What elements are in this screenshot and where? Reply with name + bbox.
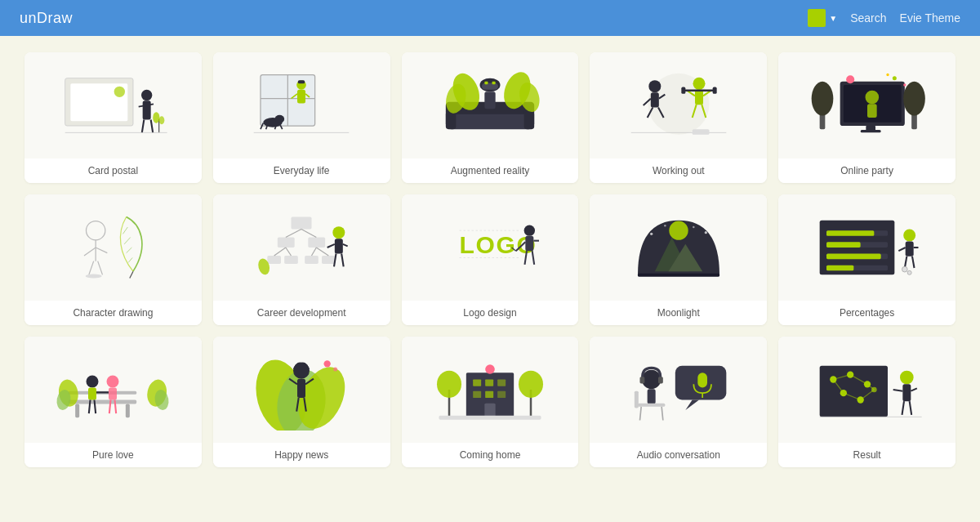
svg-point-67 (903, 82, 925, 116)
svg-rect-52 (681, 87, 685, 94)
svg-rect-84 (292, 217, 312, 230)
svg-point-71 (886, 74, 889, 76)
svg-line-74 (84, 248, 96, 256)
svg-point-10 (159, 116, 165, 124)
svg-point-138 (907, 270, 911, 274)
pure-love-label: Pure love (24, 443, 202, 467)
header-controls: ▼ Search Evie Theme (808, 9, 960, 27)
svg-rect-140 (76, 404, 80, 418)
svg-marker-182 (685, 400, 699, 411)
card-working-out[interactable]: Working out (590, 52, 767, 183)
svg-rect-192 (635, 391, 639, 408)
svg-point-65 (811, 82, 833, 116)
svg-rect-87 (268, 256, 282, 264)
svg-line-191 (662, 407, 663, 421)
svg-rect-189 (638, 404, 665, 407)
svg-line-94 (286, 248, 292, 256)
svg-point-178 (519, 371, 543, 398)
svg-rect-4 (143, 100, 151, 119)
percentages-illustration (778, 194, 956, 301)
card-postal-label: Card postal (24, 158, 202, 183)
svg-rect-32 (482, 83, 498, 90)
svg-rect-88 (284, 256, 298, 264)
svg-line-208 (893, 390, 902, 391)
card-everyday-life[interactable]: Everyday life (213, 52, 390, 183)
svg-rect-90 (322, 256, 336, 264)
svg-line-95 (312, 248, 317, 256)
search-button[interactable]: Search (850, 11, 886, 25)
svg-line-101 (334, 254, 336, 267)
svg-rect-35 (484, 91, 495, 109)
svg-point-3 (141, 90, 152, 100)
svg-point-9 (154, 112, 160, 123)
svg-rect-179 (439, 416, 541, 420)
coming-home-illustration (402, 337, 579, 443)
svg-line-7 (151, 120, 154, 133)
color-picker[interactable]: ▼ (808, 9, 837, 27)
card-moonlight[interactable]: Moonlight (590, 194, 767, 325)
svg-point-119 (664, 225, 666, 227)
card-result[interactable]: Result (778, 337, 956, 467)
happy-news-label: Happy news (213, 443, 390, 467)
svg-line-77 (98, 261, 103, 275)
svg-rect-98 (335, 239, 343, 253)
svg-point-166 (333, 368, 337, 372)
svg-rect-124 (826, 230, 874, 236)
svg-point-117 (650, 233, 653, 235)
svg-rect-172 (485, 391, 493, 398)
svg-line-209 (911, 388, 917, 390)
main-content: Card postal (0, 36, 980, 484)
svg-rect-186 (639, 377, 644, 383)
svg-line-100 (343, 244, 348, 247)
card-career-development[interactable]: Career development (213, 194, 390, 325)
color-swatch (808, 9, 826, 27)
svg-point-20 (275, 115, 285, 123)
result-label: Result (778, 443, 956, 467)
logo-design-label: Logo design (402, 301, 579, 325)
svg-point-70 (903, 83, 906, 86)
theme-button[interactable]: Evie Theme (900, 11, 960, 25)
card-character-drawing[interactable]: Character drawing (24, 194, 202, 325)
svg-rect-25 (298, 80, 305, 83)
svg-rect-170 (497, 380, 506, 386)
online-party-label: Online party (778, 158, 956, 183)
card-happy-news[interactable]: Happy news (213, 337, 390, 467)
svg-rect-61 (867, 104, 877, 118)
card-card-postal[interactable]: Card postal (24, 52, 202, 183)
svg-point-47 (693, 78, 705, 90)
svg-line-102 (341, 254, 344, 267)
dropdown-arrow-icon: ▼ (829, 14, 837, 23)
svg-rect-108 (525, 236, 533, 251)
svg-line-83 (129, 258, 133, 263)
svg-rect-53 (712, 87, 716, 94)
coming-home-label: Coming home (402, 443, 579, 467)
svg-rect-33 (484, 82, 488, 84)
svg-rect-57 (692, 129, 709, 135)
svg-point-116 (669, 221, 688, 240)
card-postal-illustration (24, 52, 202, 158)
card-pure-love[interactable]: Pure love (24, 337, 202, 467)
card-percentages[interactable]: Percentages (778, 194, 956, 325)
card-logo-design[interactable]: LOGO Logo design (402, 194, 579, 325)
svg-point-206 (900, 371, 914, 385)
career-development-illustration (213, 194, 390, 301)
svg-point-118 (704, 231, 706, 234)
card-augmented-reality[interactable]: Augmented reality (402, 52, 579, 183)
svg-rect-126 (826, 242, 861, 248)
card-coming-home[interactable]: Coming home (402, 337, 579, 467)
card-audio-conversation[interactable]: Audio conversation (590, 337, 767, 467)
svg-point-60 (865, 91, 879, 105)
svg-rect-132 (905, 242, 913, 257)
audio-conversation-label: Audio conversation (590, 443, 767, 467)
app-logo: unDraw (20, 10, 73, 27)
svg-point-2 (114, 87, 125, 97)
svg-line-92 (301, 230, 316, 238)
svg-line-133 (898, 248, 905, 251)
logo-design-illustration: LOGO (402, 194, 579, 301)
svg-line-6 (142, 120, 145, 133)
augmented-reality-label: Augmented reality (402, 158, 579, 183)
augmented-reality-illustration (402, 52, 579, 158)
card-online-party[interactable]: Online party (778, 52, 956, 183)
app-header: unDraw ▼ Search Evie Theme (0, 0, 980, 36)
svg-line-76 (89, 261, 94, 275)
